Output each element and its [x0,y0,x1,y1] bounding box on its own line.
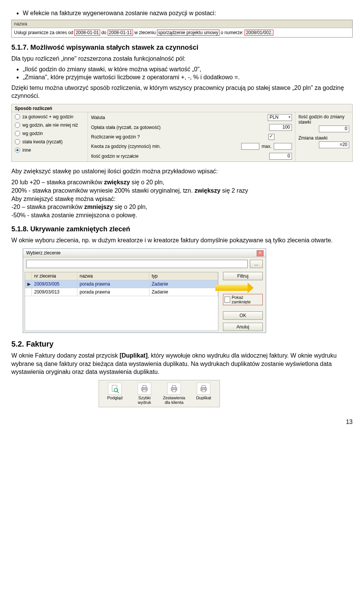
invoice-column-header: nazwa [12,20,352,28]
svg-rect-8 [172,389,176,392]
browse-button[interactable]: ... [250,260,263,268]
para-518: W oknie wyboru zlecenia, np. w dużym kre… [11,236,353,245]
label-flat-fee: Opłata stała (ryczałt, za gotowość) [91,125,267,130]
magnifier-icon [108,383,122,395]
label-hourly-rate: Kwota za godziny (czynności) min. [91,144,239,149]
radio-icon [15,131,20,136]
table-row[interactable]: ▶ 2009/03/005 porada prawna Zadanie [25,280,218,288]
heading-518: 5.1.8. Ukrywanie zamkniętych zleceń [11,225,353,233]
radio-icon [15,148,20,153]
svg-rect-5 [143,389,146,392]
svg-rect-10 [202,385,205,388]
label-max: max. [262,144,271,149]
preview-button[interactable]: Podgląd [100,382,129,405]
rate-min-input[interactable] [241,143,259,150]
heading-52: 5.2. Faktury [11,340,353,348]
para-increase-1: 20 lub +20 – stawka pracowników zwiększy… [11,178,353,219]
para-increase-intro: Aby zwiększyć stawkę po ustalonej ilości… [11,167,353,176]
page-number: 13 [11,419,353,425]
settlement-panel: Sposób rozliczeń za gotowość + wg godzin… [11,104,353,162]
para-517-intro: Dla typu rozliczeń „inne" rozszerzona zo… [11,55,353,63]
orders-grid[interactable]: nr zlecenia nazwa typ ▶ 2009/03/005 pora… [25,272,218,331]
printer-icon [138,383,151,395]
col-order-no[interactable]: nr zlecenia [32,272,77,280]
highlight-date-to: 2008-01-11 [108,30,133,36]
label-hours-to-change: Ilość godzin do zmiany stawki [298,114,349,125]
radio-hours[interactable]: wg godzin [12,130,88,137]
order-search-input[interactable] [26,260,248,268]
radio-availability-hours[interactable]: za gotowość + wg godzin [12,114,88,120]
label-currency: Waluta [91,115,265,120]
quick-print-button[interactable]: Szybki wydruk [130,382,159,405]
printer-icon [197,383,210,395]
bullet-517-2: „Zmiana", które przyjmuje wartości liczb… [23,74,353,81]
invoice-line: Usługi prawnicze za okres od 2008-01-01 … [12,28,352,37]
col-type[interactable]: typ [149,272,218,280]
select-order-dialog: Wybierz zlecenie × ... nr zlecenia nazwa… [23,248,266,333]
radio-icon [15,114,20,119]
client-report-button[interactable]: Zestawienia dla klienta [160,382,188,405]
highlight-order-number: 2008/01/002. [245,30,273,36]
settlement-group-title: Sposób rozliczeń [12,104,352,112]
label-hours-included: Ilość godzin w ryczałcie [91,154,267,159]
filter-button[interactable]: Filtruj [223,272,263,280]
ok-button[interactable]: OK [223,311,263,320]
rate-max-input[interactable] [274,143,292,150]
dialog-title: Wybierz zlecenie [26,250,61,256]
label-bill-hours: Rozliczanie wg godzin ? [91,134,266,140]
para-52: W oknie Faktury dodany został przycisk [… [11,352,353,376]
svg-rect-4 [143,385,146,388]
printer-icon [167,383,181,395]
intro-bullet: W efekcie na fakturze wygenerowana zosta… [23,10,353,17]
show-closed-checkbox[interactable]: Pokaż zamknięte [223,294,263,305]
duplicate-button[interactable]: Duplikat [189,382,218,405]
flat-fee-input[interactable]: 100 [269,124,292,131]
radio-fixed[interactable]: stała kwota (ryczałt) [12,139,88,145]
checkbox-icon [224,297,230,303]
radio-icon [15,139,20,144]
radio-hours-minimum[interactable]: wg godzin, ale nie mniej niż [12,122,88,128]
currency-select[interactable]: PLN [268,114,292,121]
row-marker-icon: ▶ [25,280,32,288]
svg-line-2 [117,391,119,393]
cancel-button[interactable]: Anuluj [223,323,263,331]
highlight-arrow-icon [215,285,248,291]
highlight-date-from: 2008-01-01 [74,30,100,36]
close-icon[interactable]: × [257,250,264,256]
hours-included-input[interactable]: 0 [269,153,292,160]
invoice-toolbar: Podgląd Szybki wydruk Zestawienia dla kl… [99,380,220,407]
bullet-517-1: „Ilość godzin do zmiany stawki, w które … [23,66,353,73]
table-row[interactable]: 2009/03/013 porada prawna Zadanie [25,288,218,296]
label-rate-change: Zmiana stawki [298,135,328,141]
radio-other[interactable]: inne [12,147,88,153]
svg-rect-7 [172,385,176,388]
bill-hours-checkbox[interactable] [268,134,275,140]
highlight-order-name: sporządzenie projektu umowy [157,30,220,36]
svg-rect-11 [202,389,205,392]
invoice-preview: nazwa Usługi prawnicze za okres od 2008-… [11,20,353,38]
hours-to-change-input[interactable]: 0 [319,126,349,132]
para-517-after: Dzięki temu można utworzyć sposób rozlic… [11,84,353,100]
col-name[interactable]: nazwa [77,272,149,280]
heading-517: 5.1.7. Możliwość wpisywania stałych staw… [11,44,353,52]
rate-change-input[interactable]: =20 [319,141,349,148]
radio-icon [15,122,20,128]
